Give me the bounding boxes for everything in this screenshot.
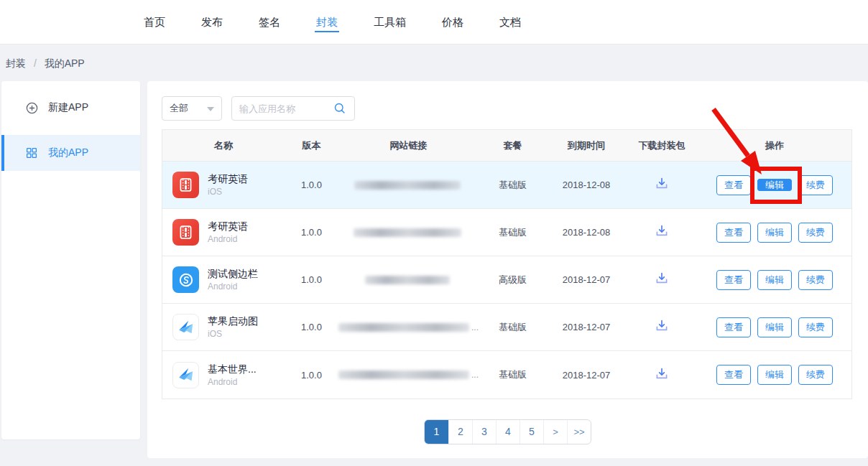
chevron-down-icon xyxy=(207,107,214,115)
table-row: 考研英语 iOS 1.0.0 基础版 2018-12-08 查看 编辑 续费 xyxy=(162,162,851,209)
film-icon xyxy=(172,219,199,246)
category-select[interactable]: 全部 xyxy=(162,96,222,121)
actions-cell: 查看 编辑 续费 xyxy=(698,175,851,195)
app-platform: Android xyxy=(208,281,258,292)
main-panel: 全部 名称 版本 网站链接 套餐 到期时间 下载封装包 操作 xyxy=(147,81,868,458)
nav-item-docs[interactable]: 文档 xyxy=(499,0,521,45)
view-button[interactable]: 查看 xyxy=(716,223,751,243)
col-header-version: 版本 xyxy=(285,139,338,152)
nav-item-home[interactable]: 首页 xyxy=(144,0,165,45)
app-version: 1.0.0 xyxy=(285,180,338,190)
edit-button[interactable]: 编辑 xyxy=(757,317,792,337)
app-link-cell: ... xyxy=(338,322,479,332)
app-name: 考研英语 xyxy=(208,173,248,185)
sidebar-item-new-app[interactable]: 新建APP xyxy=(1,90,140,126)
breadcrumb: 封装 / 我的APP xyxy=(6,57,85,70)
edit-button[interactable]: 编辑 xyxy=(757,179,792,191)
sidebar: 新建APP 我的APP xyxy=(1,81,140,439)
actions-cell: 查看 编辑 续费 xyxy=(698,270,851,290)
col-header-download: 下载封装包 xyxy=(626,139,698,152)
app-plan: 基础版 xyxy=(479,368,547,381)
table-row: 测试侧边栏 Android 1.0.0 高级版 2018-12-07 查看 编辑… xyxy=(162,256,851,304)
nav-item-package[interactable]: 封装 xyxy=(316,0,338,45)
app-table: 名称 版本 网站链接 套餐 到期时间 下载封装包 操作 考研英语 iOS 1.0… xyxy=(162,129,852,399)
view-button[interactable]: 查看 xyxy=(716,175,751,195)
download-cell xyxy=(626,223,698,241)
view-button[interactable]: 查看 xyxy=(716,317,751,337)
download-icon[interactable] xyxy=(654,366,670,382)
pagination: 1 2 3 4 5 > >> xyxy=(147,419,868,444)
page-button-1[interactable]: 1 xyxy=(425,420,448,444)
app-link-cell: ... xyxy=(338,370,479,380)
app-name-cell: 考研英语 Android xyxy=(162,219,285,246)
table-row: 考研英语 Android 1.0.0 基础版 2018-12-08 查看 编辑 … xyxy=(162,209,851,256)
search-input[interactable] xyxy=(239,103,333,114)
app-expires: 2018-12-07 xyxy=(547,370,626,381)
app-plan: 高级版 xyxy=(479,274,547,286)
sidebar-item-label: 我的APP xyxy=(48,146,88,159)
nav-item-sign[interactable]: 签名 xyxy=(259,0,280,45)
breadcrumb-item-package[interactable]: 封装 xyxy=(6,57,26,69)
download-cell xyxy=(626,366,698,384)
renew-button[interactable]: 续费 xyxy=(798,317,833,337)
breadcrumb-separator: / xyxy=(34,57,37,69)
edit-button-annotated-wrap: 编辑 xyxy=(757,176,792,195)
renew-button[interactable]: 续费 xyxy=(798,365,833,385)
view-button[interactable]: 查看 xyxy=(716,365,751,385)
table-row: 苹果启动图 iOS 1.0.0 ... 基础版 2018-12-07 查看 编辑… xyxy=(162,304,851,351)
app-plan: 基础版 xyxy=(479,321,547,334)
app-platform: Android xyxy=(208,377,257,387)
app-name-cell: 测试侧边栏 Android xyxy=(162,266,285,293)
sidebar-item-my-app[interactable]: 我的APP xyxy=(1,135,140,171)
view-button[interactable]: 查看 xyxy=(716,270,751,290)
origami-bird-icon xyxy=(172,362,199,388)
category-select-value: 全部 xyxy=(170,102,188,115)
renew-button[interactable]: 续费 xyxy=(798,175,833,195)
page-button-4[interactable]: 4 xyxy=(496,420,520,444)
next-page-button[interactable]: > xyxy=(543,420,567,444)
app-name: 测试侧边栏 xyxy=(208,268,258,280)
breadcrumb-item-my-app: 我的APP xyxy=(45,57,85,69)
edit-button[interactable]: 编辑 xyxy=(757,270,792,290)
actions-cell: 查看 编辑 续费 xyxy=(698,317,851,337)
download-icon[interactable] xyxy=(654,176,670,192)
download-icon[interactable] xyxy=(654,223,670,239)
renew-button[interactable]: 续费 xyxy=(798,223,833,243)
blurred-link xyxy=(338,371,469,379)
app-version: 1.0.0 xyxy=(285,370,338,381)
edit-button[interactable]: 编辑 xyxy=(757,223,792,243)
nav-item-publish[interactable]: 发布 xyxy=(201,0,223,45)
edit-button[interactable]: 编辑 xyxy=(757,365,792,385)
col-header-plan: 套餐 xyxy=(479,139,547,152)
app-link-cell xyxy=(338,276,479,284)
page-button-5[interactable]: 5 xyxy=(520,420,543,444)
col-header-actions: 操作 xyxy=(698,139,851,152)
app-name-cell: 基本世界... Android xyxy=(162,362,285,388)
nav-item-price[interactable]: 价格 xyxy=(442,0,463,45)
s-circle-icon xyxy=(172,266,199,293)
app-link-cell xyxy=(338,228,479,237)
download-cell xyxy=(626,176,698,194)
grid-icon xyxy=(24,146,39,160)
app-plan: 基础版 xyxy=(479,226,547,239)
app-platform: iOS xyxy=(208,329,258,339)
nav-item-toolbox[interactable]: 工具箱 xyxy=(374,0,406,45)
page-button-3[interactable]: 3 xyxy=(472,420,496,444)
download-icon[interactable] xyxy=(654,271,670,286)
pagination-group: 1 2 3 4 5 > >> xyxy=(424,419,591,444)
app-name-cell: 苹果启动图 iOS xyxy=(162,314,285,340)
blurred-link xyxy=(365,276,450,284)
app-plan: 基础版 xyxy=(479,179,547,192)
renew-button[interactable]: 续费 xyxy=(798,270,833,290)
link-suffix: ... xyxy=(471,322,479,332)
app-expires: 2018-12-08 xyxy=(547,227,626,238)
search-icon[interactable] xyxy=(333,101,347,116)
blurred-link xyxy=(354,228,461,237)
app-expires: 2018-12-07 xyxy=(547,274,626,285)
origami-bird-icon xyxy=(172,314,199,340)
filter-toolbar: 全部 xyxy=(162,96,868,121)
last-page-button[interactable]: >> xyxy=(567,420,591,444)
page-button-2[interactable]: 2 xyxy=(448,420,472,444)
nav-items: 首页 发布 签名 封装 工具箱 价格 文档 xyxy=(144,0,868,45)
download-icon[interactable] xyxy=(654,318,670,334)
